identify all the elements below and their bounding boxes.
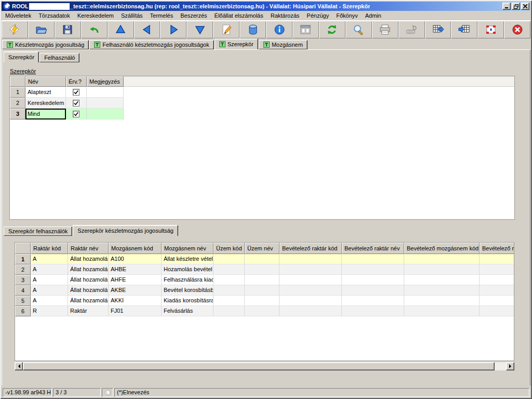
cell-erv[interactable]	[66, 109, 87, 119]
cell[interactable]: Bevétel korosbításba	[162, 285, 214, 296]
undo-button[interactable]	[81, 21, 108, 38]
table-import-button[interactable]	[451, 21, 477, 38]
cell[interactable]	[214, 275, 245, 285]
menu-termeles[interactable]: Termelés	[147, 11, 177, 20]
cell[interactable]	[280, 254, 342, 264]
cell[interactable]	[245, 285, 280, 296]
column-header-erv[interactable]: Érv.?	[66, 76, 87, 87]
cell[interactable]	[342, 275, 404, 285]
cell[interactable]	[280, 306, 342, 316]
cell[interactable]: Állat hozamolás	[68, 254, 109, 264]
row-number[interactable]: 1	[15, 254, 31, 264]
cell[interactable]: R	[31, 306, 68, 316]
search-button[interactable]	[345, 21, 372, 38]
cell[interactable]: A	[31, 264, 68, 275]
cell[interactable]: Állat hozamolás	[68, 296, 109, 306]
cell[interactable]	[245, 275, 280, 285]
column-header-mozgasnem-nev[interactable]: Mozgásnem név	[162, 243, 214, 254]
cell[interactable]: AHFE	[109, 275, 162, 285]
cell-nev[interactable]: Kereskedelem	[25, 98, 66, 109]
column-header-bevetelezo-mozgasnem-kod[interactable]: Bevételező mozgásnem kód	[404, 243, 480, 254]
horizontal-scrollbar[interactable]	[15, 362, 514, 370]
cell[interactable]	[404, 285, 480, 296]
cell[interactable]	[480, 296, 514, 306]
row-number[interactable]: 3	[15, 275, 31, 285]
cell[interactable]	[404, 264, 480, 275]
prev-record-button[interactable]	[134, 21, 161, 38]
cell[interactable]: A	[31, 285, 68, 296]
menu-eloallat-elszamolas[interactable]: Élőállat elszámolás	[211, 11, 267, 20]
first-record-button[interactable]	[108, 21, 134, 38]
cell[interactable]: A	[31, 254, 68, 264]
column-header-bevetelezo-raktar-kod[interactable]: Bevételező raktár kód	[280, 243, 342, 254]
cell[interactable]: A	[31, 275, 68, 285]
row-number[interactable]: 3	[10, 109, 25, 119]
tab-keszletmozgas-jogosultsag[interactable]: Készletmozgás jogosultság	[2, 40, 89, 49]
cell[interactable]	[245, 306, 280, 316]
row-number[interactable]: 5	[15, 296, 31, 306]
menu-kereskedelem[interactable]: Kereskedelem	[74, 11, 117, 20]
cell[interactable]	[404, 296, 480, 306]
cell[interactable]: Felhasználásra kiadás	[162, 275, 214, 285]
column-header-raktar-nev[interactable]: Raktár név	[68, 243, 109, 254]
cell[interactable]	[342, 254, 404, 264]
cell[interactable]: Állat hozamolás	[68, 275, 109, 285]
scrollbar-track[interactable]	[495, 362, 506, 370]
menu-torzsadatok[interactable]: Törzsadatok	[35, 11, 74, 20]
tab-mozgasnem[interactable]: Mozgásnem	[259, 40, 308, 49]
close-button[interactable]	[521, 3, 529, 10]
cell[interactable]	[214, 254, 245, 264]
cell[interactable]	[404, 254, 480, 264]
cell-megjegyzes[interactable]	[87, 109, 124, 119]
cell[interactable]	[280, 296, 342, 306]
cell-erv[interactable]	[66, 87, 87, 98]
cell[interactable]: AHBE	[109, 264, 162, 275]
cell[interactable]	[245, 296, 280, 306]
checkbox-checked[interactable]	[73, 100, 79, 107]
menu-beszerzes[interactable]: Beszerzés	[177, 11, 210, 20]
cell[interactable]	[480, 264, 514, 275]
save-button[interactable]	[55, 21, 81, 38]
row-number[interactable]: 4	[15, 285, 31, 296]
cell[interactable]: Állat hozamolás	[68, 285, 109, 296]
tab-felhasznalo-keszletmozgas-jogosultsagok[interactable]: Felhasználó készletmozgás jogosultságok	[89, 40, 214, 49]
tab-szerepkor-felhasznalok[interactable]: Szerepkör felhasználók	[4, 227, 72, 236]
checkbox-checked[interactable]	[73, 111, 79, 117]
tab-szerepkor[interactable]: Szerepkör	[215, 38, 258, 49]
column-header-megjegyzes[interactable]: Megjegyzés	[87, 76, 124, 87]
scrollbar-thumb[interactable]	[23, 362, 495, 370]
cell[interactable]	[404, 306, 480, 316]
refresh-button[interactable]	[319, 21, 345, 38]
cell[interactable]	[342, 306, 404, 316]
cell[interactable]: Állat készletre vétel	[162, 254, 214, 264]
edit-button[interactable]	[213, 21, 240, 38]
cell[interactable]	[214, 285, 245, 296]
open-folder-button[interactable]	[28, 21, 55, 38]
menu-muveletek[interactable]: Műveletek	[2, 11, 35, 20]
keyboard-button[interactable]	[398, 21, 425, 38]
row-number[interactable]: 1	[10, 87, 25, 98]
row-number[interactable]: 6	[15, 306, 31, 316]
checkbox-checked[interactable]	[73, 89, 79, 96]
subtab-szerepkor[interactable]: Szerepkör	[4, 51, 39, 62]
cell[interactable]	[342, 296, 404, 306]
cell-nev-focused[interactable]: Mind	[25, 109, 66, 119]
cell[interactable]: AKKI	[109, 296, 162, 306]
menu-raktarozas[interactable]: Raktározás	[267, 11, 303, 20]
tab-szerepkor-keszletmozgas-jogosultsag[interactable]: Szerepkör készletmozgás jogosultság	[73, 225, 178, 236]
scroll-right-button[interactable]	[506, 362, 514, 370]
minimize-button[interactable]	[502, 3, 511, 10]
column-header-raktar-kod[interactable]: Raktár kód	[31, 243, 68, 254]
cell[interactable]	[480, 285, 514, 296]
menu-admin[interactable]: Admin	[362, 11, 385, 20]
column-header-bevetelezo-raktar-nev[interactable]: Bevételező raktár név	[342, 243, 404, 254]
flash-button[interactable]	[2, 21, 28, 38]
cell-megjegyzes[interactable]	[87, 98, 124, 109]
cell[interactable]: Állat hozamolás	[68, 264, 109, 275]
cell[interactable]	[342, 264, 404, 275]
table-export-button[interactable]	[425, 21, 451, 38]
title-bar[interactable]: ROOL _teszt::elelmiszerbiztonsag.hu (rep…	[2, 2, 530, 11]
menu-fokonyv[interactable]: Főkönyv	[332, 11, 362, 20]
column-header-mozgasnem-kod[interactable]: Mozgásnem kód	[109, 243, 162, 254]
cell-megjegyzes[interactable]	[87, 87, 124, 98]
